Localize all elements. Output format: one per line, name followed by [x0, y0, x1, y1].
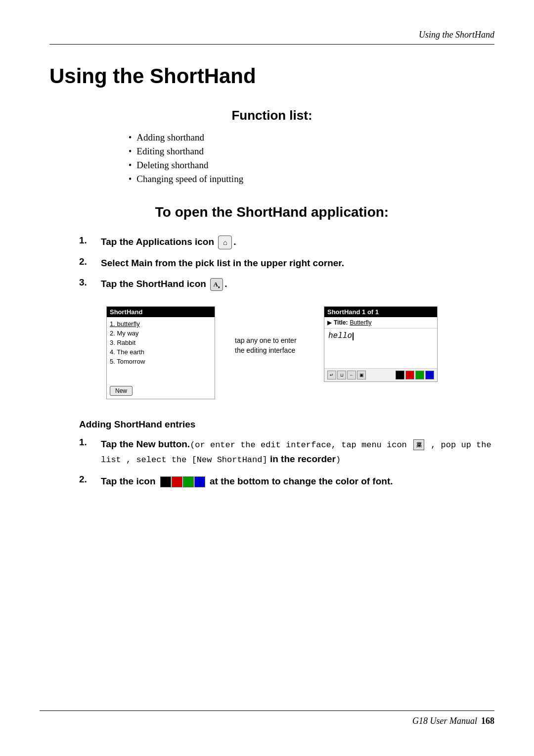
function-list-heading: Function list:	[49, 108, 494, 123]
chapter-title: Using the ShortHand	[49, 64, 494, 88]
text-cursor	[353, 332, 354, 340]
screenshot-middle-text: tap any one to enter the editing interfa…	[235, 336, 304, 355]
step-2-content: Select Main from the pick list in the up…	[101, 256, 344, 271]
color-black[interactable]	[396, 371, 404, 379]
step-3: 3. Tap the ShortHand icon A♦.	[79, 277, 494, 291]
tab-icon[interactable]: ⊔	[337, 371, 346, 379]
page-header: Using the ShortHand	[49, 30, 494, 45]
steps-list: 1. Tap the Applications icon ⌂. 2. Selec…	[79, 235, 494, 291]
sh-list-item: 3. Rabbit	[110, 338, 212, 347]
color-blue[interactable]	[425, 371, 434, 379]
list-item: Adding shorthand	[129, 132, 494, 143]
adding-step-1-num: 1.	[79, 437, 93, 448]
screenshot-left: ShortHand 1. butterfly 2. My way 3. Rabb…	[106, 306, 215, 399]
header-title: Using the ShortHand	[419, 30, 494, 40]
field-title-label: Title:	[334, 319, 348, 326]
sh-list-item: 5. Tomorrow	[110, 357, 212, 366]
sh-nav-row: ▶ Title: Butterfly	[324, 317, 437, 329]
shorthand-icon: A♦	[210, 278, 223, 291]
sh-right-header: ShortHand 1 of 1	[324, 307, 437, 317]
adding-steps: 1. Tap the New button.(or enter the edit…	[79, 437, 494, 489]
step-1-content: Tap the Applications icon ⌂.	[101, 235, 236, 249]
menu-icon: 菜	[413, 439, 424, 450]
applications-icon: ⌂	[218, 236, 232, 249]
screenshots-container: ShortHand 1. butterfly 2. My way 3. Rabb…	[49, 306, 494, 399]
return-icon[interactable]: ↵	[327, 371, 336, 379]
sh-list-item: 1. butterfly	[110, 319, 212, 329]
sh-left-header: ShortHand	[107, 307, 215, 317]
sh-right-body: hello	[324, 329, 437, 368]
step-3-num: 3.	[79, 277, 93, 288]
page: Using the ShortHand Using the ShortHand …	[0, 0, 534, 756]
color-green[interactable]	[415, 371, 424, 379]
sh-list-item: 2. My way	[110, 329, 212, 338]
step-3-text: Tap the ShortHand icon	[101, 279, 206, 289]
step1-close: )	[336, 455, 341, 465]
step-3-content: Tap the ShortHand icon A♦.	[101, 277, 227, 291]
page-number: 168	[481, 716, 494, 726]
screenshot-right: ShortHand 1 of 1 ▶ Title: Butterfly hell…	[324, 306, 438, 382]
sh-right-footer: ↵ ⊔ ← ▣	[324, 368, 437, 381]
sh-right-header-title: ShortHand 1 of 1	[327, 308, 379, 316]
back-icon[interactable]: ←	[347, 371, 356, 379]
function-list: Adding shorthand Editing shorthand Delet…	[129, 132, 494, 185]
sh-body-text: hello	[328, 331, 352, 340]
sh-list-item: 4. The earth	[110, 347, 212, 357]
sh-left-footer: New	[107, 383, 215, 399]
ci-red	[172, 476, 182, 487]
step1-bold: Tap the New button.	[101, 439, 190, 449]
step-2-num: 2.	[79, 256, 93, 267]
step-2: 2. Select Main from the pick list in the…	[79, 256, 494, 271]
step2-end: at the bottom to change the color of fon…	[210, 476, 393, 486]
list-item: Editing shorthand	[129, 146, 494, 157]
list-item: Changing speed of inputting	[129, 174, 494, 185]
adding-step-1-content: Tap the New button.(or enter the edit in…	[101, 437, 494, 467]
function-list-section: Function list: Adding shorthand Editing …	[49, 108, 494, 185]
footer-manual-title: G18 User Manual	[412, 716, 477, 726]
sh-icon-row: ↵ ⊔ ← ▣	[327, 371, 366, 379]
color-icon-row	[396, 371, 434, 379]
color-red[interactable]	[405, 371, 414, 379]
color-icons-inline	[160, 476, 205, 487]
adding-step-2-num: 2.	[79, 474, 93, 485]
ci-blue	[194, 476, 205, 487]
step-1-num: 1.	[79, 235, 93, 246]
nav-arrow: ▶	[327, 319, 332, 326]
field-title-value: Butterfly	[350, 319, 371, 326]
open-section: To open the ShortHand application: 1. Ta…	[49, 204, 494, 291]
sh-left-body: 1. butterfly 2. My way 3. Rabbit 4. The …	[107, 317, 215, 383]
new-button[interactable]: New	[110, 386, 133, 396]
adding-subheading: Adding ShortHand entries	[79, 419, 494, 430]
grid-icon[interactable]: ▣	[357, 371, 366, 379]
ci-black	[160, 476, 171, 487]
step-1: 1. Tap the Applications icon ⌂.	[79, 235, 494, 249]
ci-green	[183, 476, 194, 487]
list-item: Deleting shorthand	[129, 160, 494, 171]
open-section-heading: To open the ShortHand application:	[49, 204, 494, 220]
adding-step-1: 1. Tap the New button.(or enter the edit…	[79, 437, 494, 467]
step-1-text: Tap the Applications icon	[101, 236, 214, 247]
page-footer: G18 User Manual 168	[40, 710, 494, 726]
step2-bold: Tap the icon	[101, 476, 155, 486]
adding-section: Adding ShortHand entries 1. Tap the New …	[49, 419, 494, 489]
step1-bold2: in the recorder	[270, 454, 336, 464]
adding-step-2: 2. Tap the icon at the bottom to change …	[79, 474, 494, 489]
adding-step-2-content: Tap the icon at the bottom to change the…	[101, 474, 393, 489]
step1-normal: (or enter the edit interface, tap menu i…	[190, 440, 412, 450]
